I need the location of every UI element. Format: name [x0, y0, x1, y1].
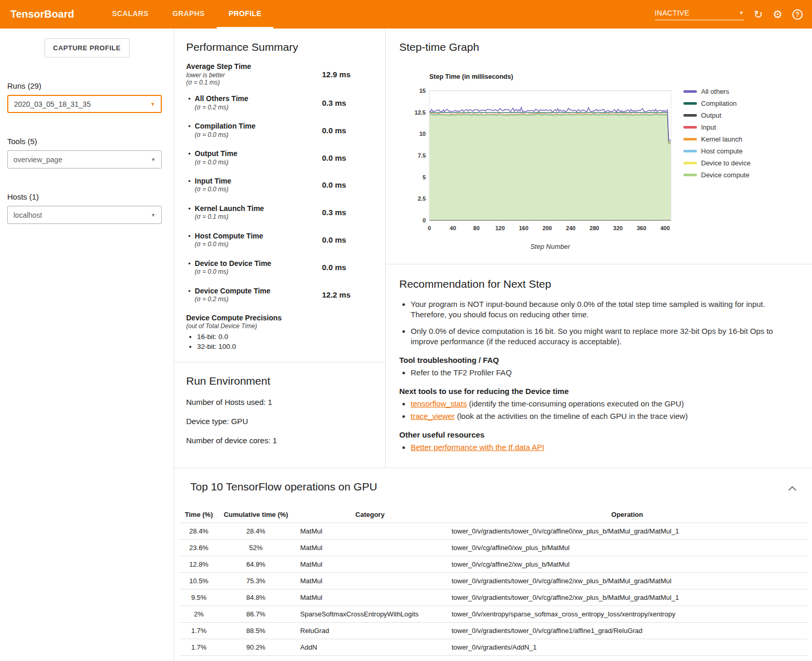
performance-metric-list: All Others Time (σ = 0.2 ms) 0.3 ms Comp…: [186, 94, 372, 303]
metric-row: Compilation Time (σ = 0.0 ms) 0.0 ms: [186, 122, 372, 138]
recommendation-title: Recommendation for Next Step: [399, 278, 793, 290]
metric-value: 12.9 ms: [322, 70, 372, 79]
legend-swatch: [683, 126, 697, 129]
cell-cumulative: 28.4%: [218, 523, 293, 540]
metric-value: 0.3 ms: [322, 99, 372, 107]
tool-link[interactable]: tensorflow_stats: [411, 399, 467, 408]
sidebar: CAPTURE PROFILE Runs (29) 2020_03_05_18_…: [0, 29, 174, 661]
table-row: 10.5% 75.3% MatMul tower_0/v/gradients/t…: [179, 573, 808, 589]
top-ops-table-body: 28.4% 28.4% MatMul tower_0/v/gradients/t…: [179, 523, 808, 661]
svg-text:15: 15: [419, 88, 426, 94]
svg-text:360: 360: [637, 225, 646, 231]
tab-profile[interactable]: PROFILE: [217, 0, 273, 29]
reload-status-value: INACTIVE: [655, 9, 690, 17]
metric-sigma: (σ = 0.1 ms): [186, 79, 322, 86]
chevron-up-icon: [788, 486, 796, 491]
cell-cumulative: 86.7%: [218, 606, 293, 623]
summary-column: Performance Summary Average Step Time lo…: [174, 29, 386, 468]
legend-item: Kernel launch: [683, 135, 750, 143]
cell-time: 12.8%: [179, 556, 218, 573]
run-environment-line: Number of device cores: 1: [186, 436, 372, 445]
resources-list: Better performance with the tf.data API: [411, 442, 793, 453]
recommendation-bullets: Your program is NOT input-bound because …: [411, 299, 793, 347]
metric-sigma: (σ = 0.2 ms): [195, 296, 271, 303]
cell-category: MatMul: [293, 573, 446, 589]
cell-time: 1.7%: [179, 639, 218, 656]
tool-link-description: (look at the activities on the timeline …: [455, 412, 688, 420]
graph-column: Step-time Graph Step Time (in millisecon…: [386, 29, 812, 468]
svg-text:400: 400: [660, 225, 669, 231]
cell-time: 28.4%: [179, 523, 218, 540]
cell-cumulative: 88.5%: [218, 623, 293, 639]
precisions-list: 16-bit: 0.032-bit: 100.0: [197, 333, 372, 350]
cell-time: 1.7%: [179, 623, 218, 639]
chart-legend: All others Compilation Output Input: [683, 88, 750, 250]
gear-icon[interactable]: ⚙: [773, 9, 782, 20]
metric-row: Device Compute Time (σ = 0.2 ms) 12.2 ms: [186, 287, 372, 303]
metric-sigma: (σ = 0.0 ms): [195, 241, 263, 248]
metric-label: Host Compute Time: [195, 232, 263, 241]
svg-text:160: 160: [519, 225, 528, 231]
cell-operation: tower_0/v/gradients/tower_0/v/cg/affine2…: [446, 589, 808, 606]
chart-title: Step Time (in milliseconds): [429, 73, 676, 80]
reload-status-select[interactable]: INACTIVE ▼: [655, 9, 744, 20]
metric-row: Output Time (σ = 0.0 ms) 0.0 ms: [186, 149, 372, 166]
caret-down-icon: ▼: [739, 10, 744, 16]
table-row: 9.5% 84.8% MatMul tower_0/v/gradients/to…: [179, 589, 808, 606]
collapse-section-button[interactable]: [788, 484, 796, 493]
precisions-subtitle: (out of Total Device Time): [186, 322, 372, 330]
legend-item: Input: [683, 123, 750, 131]
svg-text:240: 240: [566, 225, 576, 231]
svg-text:120: 120: [495, 225, 505, 231]
svg-text:7.5: 7.5: [418, 152, 426, 159]
metric-row: All Others Time (σ = 0.2 ms) 0.3 ms: [186, 94, 372, 111]
capture-profile-button[interactable]: CAPTURE PROFILE: [45, 38, 130, 58]
legend-swatch: [683, 90, 697, 93]
cell-category: ApplyGradientDescent: [293, 656, 446, 661]
faq-heading: Tool troubleshooting / FAQ: [399, 356, 793, 364]
hosts-select[interactable]: localhost ▼: [7, 206, 162, 224]
metric-label: Output Time: [195, 149, 237, 159]
nav-tabs: SCALARS GRAPHS PROFILE: [100, 0, 273, 29]
tab-graphs[interactable]: GRAPHS: [160, 0, 216, 29]
legend-label: Host compute: [701, 147, 743, 155]
tools-select-value: overview_page: [13, 156, 62, 164]
table-row: 12.8% 64.8% MatMul tower_0/v/cg/affine2/…: [179, 556, 808, 573]
metric-value: 0.0 ms: [322, 180, 372, 189]
tab-scalars[interactable]: SCALARS: [100, 0, 160, 29]
runs-select[interactable]: 2020_03_05_18_31_35 ▼: [7, 95, 162, 113]
next-tools-list: tensorflow_stats (identify the time-cons…: [411, 398, 793, 421]
metric-label: All Others Time: [195, 94, 248, 104]
device-compute-precisions: Device Compute Precisions (out of Total …: [186, 314, 372, 350]
average-step-time-row: Average Step Time lower is better (σ = 0…: [186, 62, 372, 86]
legend-swatch: [683, 102, 697, 105]
cell-category: MatMul: [293, 556, 446, 573]
legend-swatch: [683, 162, 697, 164]
legend-item: Device to device: [683, 159, 750, 167]
svg-text:10: 10: [419, 131, 426, 137]
help-icon[interactable]: ?: [792, 9, 803, 20]
cell-category: SparseSoftmaxCrossEntropyWithLogits: [293, 606, 446, 623]
refresh-icon[interactable]: ↻: [754, 9, 763, 20]
next-tools-heading: Next tools to use for reducing the Devic…: [399, 387, 793, 396]
cell-cumulative: 90.2%: [218, 639, 293, 656]
metric-value: 0.0 ms: [322, 263, 372, 272]
metric-note: lower is better: [186, 72, 322, 79]
next-tool-item: trace_viewer (look at the activities on …: [411, 411, 793, 421]
metric-sigma: (σ = 0.2 ms): [195, 104, 248, 111]
tool-link[interactable]: trace_viewer: [411, 412, 455, 420]
caret-down-icon: ▼: [151, 157, 156, 162]
table-row: 1.7% 90.2% AddN tower_0/v/gradients/AddN…: [179, 639, 808, 656]
device-compute-area: [429, 115, 671, 220]
cell-category: AddN: [293, 639, 446, 656]
tools-select[interactable]: overview_page ▼: [7, 150, 162, 168]
metric-value: 0.0 ms: [322, 235, 372, 244]
recommendation-bullet: Only 0.0% of device computation is 16 bi…: [411, 326, 793, 347]
tools-label: Tools (5): [7, 137, 174, 146]
resource-link[interactable]: Better performance with the tf.data API: [411, 443, 544, 452]
metric-row: Host Compute Time (σ = 0.0 ms) 0.0 ms: [186, 232, 372, 248]
table-row: 23.6% 52% MatMul tower_0/v/cg/affine0/xw…: [179, 540, 808, 556]
cell-operation: tower_0/v/cg/affine0/xw_plus_b/MatMul: [446, 540, 808, 556]
svg-text:200: 200: [542, 225, 552, 231]
cell-operation: tower_0/v/gradients/tower_0/v/cg/affine0…: [446, 523, 808, 540]
